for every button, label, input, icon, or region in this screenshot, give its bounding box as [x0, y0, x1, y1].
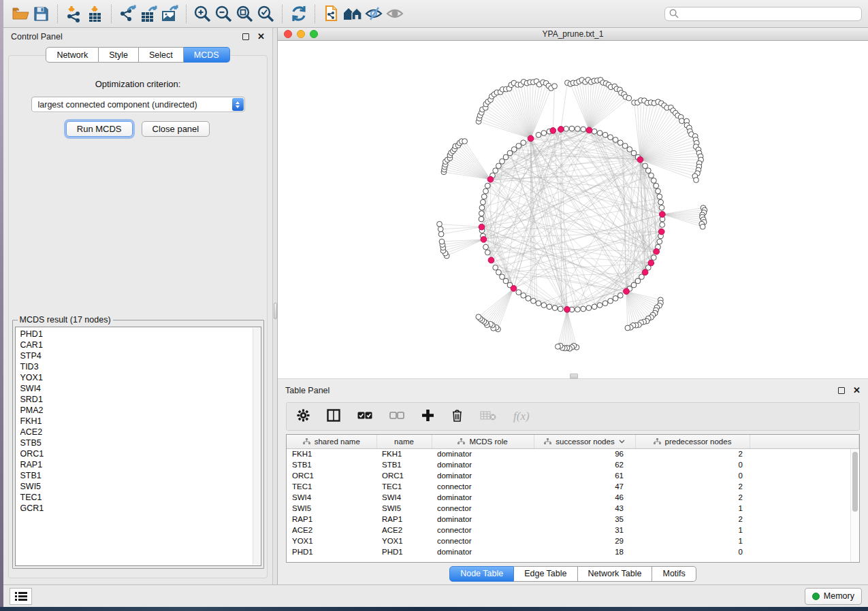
criterion-select[interactable]: largest connected component (undirected): [31, 97, 245, 112]
table-scrollbar-thumb[interactable]: [852, 452, 858, 512]
table-row[interactable]: TEC1TEC1connector472: [287, 481, 859, 492]
table-settings-button[interactable]: [297, 409, 310, 425]
new-network-from-selection-button[interactable]: [321, 3, 342, 24]
list-item[interactable]: ACE2: [20, 427, 261, 437]
close-table-panel-icon[interactable]: ✕: [853, 386, 861, 395]
zoom-out-button[interactable]: [213, 3, 234, 24]
function-builder-button[interactable]: f(x): [513, 410, 530, 423]
list-item[interactable]: PMA2: [20, 405, 261, 416]
column-header-shared-name[interactable]: shared name: [287, 435, 376, 448]
apply-layout-button[interactable]: [288, 3, 309, 24]
tab-style[interactable]: Style: [99, 47, 139, 63]
import-network-button[interactable]: [63, 3, 84, 24]
tab-network[interactable]: Network: [46, 47, 99, 63]
list-item[interactable]: SWI4: [20, 383, 261, 394]
export-network-button[interactable]: [117, 3, 138, 24]
export-image-button[interactable]: [159, 3, 180, 24]
run-mcds-button[interactable]: Run MCDS: [66, 121, 133, 137]
network-canvas[interactable]: [278, 41, 868, 379]
list-item[interactable]: SRD1: [20, 394, 261, 405]
task-list-icon: [15, 591, 27, 601]
column-header-name[interactable]: name: [376, 435, 432, 448]
column-header-predecessor-nodes[interactable]: predecessor nodes: [635, 435, 750, 448]
hide-selected-button[interactable]: [363, 3, 384, 24]
table-row[interactable]: SWI4SWI4dominator462: [287, 492, 859, 503]
tab-motifs[interactable]: Motifs: [652, 566, 696, 582]
table-row[interactable]: ORC1ORC1dominator610: [287, 470, 859, 481]
list-item[interactable]: SWI5: [20, 481, 261, 492]
list-item[interactable]: FKH1: [20, 416, 261, 427]
list-item[interactable]: RAP1: [20, 459, 261, 470]
table-panel: Table Panel ✕: [278, 379, 868, 584]
list-item[interactable]: STP4: [20, 350, 261, 361]
table-toolbar: f(x): [286, 402, 860, 431]
tab-edge-table[interactable]: Edge Table: [514, 566, 577, 582]
mcds-result-title: MCDS result (17 nodes): [18, 315, 113, 325]
zoom-out-icon: [214, 5, 233, 23]
network-window-titlebar[interactable]: YPA_prune.txt_1: [278, 28, 868, 41]
export-table-button[interactable]: [138, 3, 159, 24]
list-item[interactable]: ORC1: [20, 448, 261, 459]
mcds-result-list[interactable]: PHD1 CAR1 STP4 TID3 YOX1 SWI4 SRD1 PMA2 …: [15, 327, 261, 566]
houses-icon: [342, 5, 363, 22]
tree-icon: [303, 438, 310, 445]
table-row[interactable]: ACE2ACE2connector311: [287, 525, 859, 535]
list-scrollbar[interactable]: [253, 328, 260, 565]
search-box[interactable]: [664, 7, 862, 21]
show-all-button[interactable]: [384, 3, 405, 24]
delete-column-button[interactable]: [451, 409, 463, 425]
tab-select[interactable]: Select: [139, 47, 184, 63]
list-item[interactable]: YOX1: [20, 372, 261, 383]
table-scrollbar[interactable]: [850, 449, 859, 562]
select-all-button[interactable]: [357, 410, 372, 423]
list-item[interactable]: STB1: [20, 470, 261, 481]
vertical-splitter[interactable]: [272, 28, 278, 584]
tab-node-table[interactable]: Node Table: [449, 566, 514, 582]
table-row[interactable]: FKH1FKH1dominator962: [287, 448, 859, 459]
minimize-window-icon[interactable]: [297, 30, 305, 38]
list-item[interactable]: TEC1: [20, 492, 261, 503]
tab-mcds[interactable]: MCDS: [184, 47, 230, 63]
network-overview-button[interactable]: [342, 3, 363, 24]
add-column-button[interactable]: [421, 409, 434, 425]
column-header-mcds-role[interactable]: MCDS role: [432, 435, 534, 448]
splitter-grip[interactable]: [274, 303, 277, 319]
close-panel-icon[interactable]: ✕: [257, 32, 265, 41]
delete-table-button[interactable]: [480, 410, 496, 423]
show-task-history-button[interactable]: [10, 588, 32, 605]
table-row[interactable]: PHD1PHD1dominator180: [287, 546, 859, 557]
table-row[interactable]: STB1STB1dominator620: [287, 459, 859, 470]
list-item[interactable]: CAR1: [20, 340, 261, 350]
columns-icon: [327, 409, 340, 422]
close-window-icon[interactable]: [284, 30, 292, 38]
tab-network-table[interactable]: Network Table: [578, 566, 653, 582]
zoom-fit-button[interactable]: [234, 3, 255, 24]
search-icon: [669, 9, 679, 18]
import-table-button[interactable]: [84, 3, 106, 24]
horizontal-splitter-grip[interactable]: [570, 374, 578, 379]
zoom-in-button[interactable]: [192, 3, 213, 24]
import-network-icon: [65, 5, 83, 23]
save-session-button[interactable]: [31, 3, 52, 24]
zoom-selected-button[interactable]: [255, 3, 276, 24]
memory-button[interactable]: Memory: [805, 588, 862, 605]
table-tabbar: Node Table Edge Table Network Table Moti…: [278, 563, 868, 584]
list-item[interactable]: TID3: [20, 361, 261, 372]
show-column-button[interactable]: [327, 409, 340, 425]
maximize-window-icon[interactable]: [310, 30, 318, 38]
search-input[interactable]: [681, 9, 857, 18]
list-item[interactable]: PHD1: [20, 329, 261, 340]
control-panel-tabbar: Network Style Select MCDS: [3, 47, 272, 63]
close-panel-button[interactable]: Close panel: [142, 121, 210, 137]
zoom-fit-icon: [236, 5, 254, 23]
float-panel-icon[interactable]: [242, 33, 249, 40]
table-row[interactable]: YOX1YOX1connector291: [287, 535, 859, 546]
list-item[interactable]: STB5: [20, 437, 261, 448]
column-header-successor-nodes[interactable]: successor nodes: [534, 435, 635, 448]
deselect-all-button[interactable]: [389, 410, 404, 423]
list-item[interactable]: GCR1: [20, 503, 261, 514]
open-session-button[interactable]: [10, 3, 31, 24]
table-row[interactable]: SWI5SWI5connector431: [287, 503, 859, 514]
table-row[interactable]: RAP1RAP1dominator352: [287, 514, 859, 525]
float-table-panel-icon[interactable]: [838, 387, 845, 394]
